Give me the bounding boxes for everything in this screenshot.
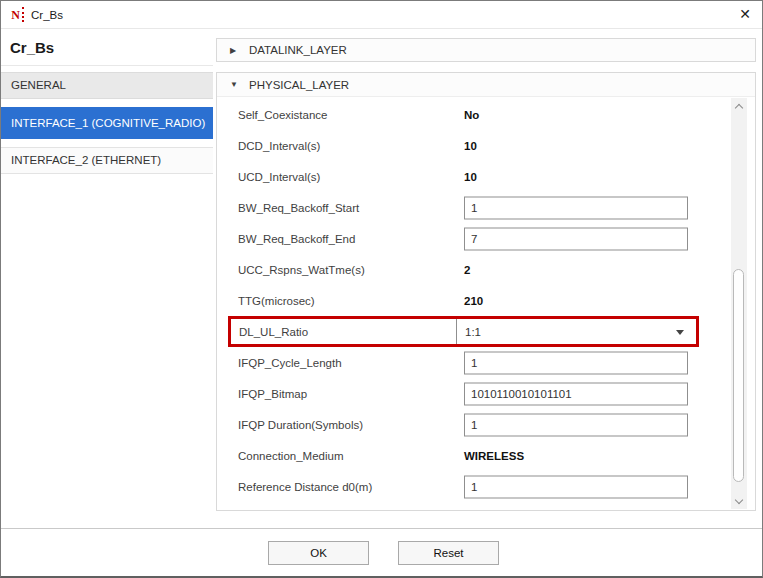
property-label: Self_Coexistance (238, 109, 328, 121)
selected-option: 1:1 (465, 326, 481, 338)
property-label: DCD_Interval(s) (238, 140, 320, 152)
footer-divider (1, 528, 762, 529)
section-header-physical-layer[interactable]: ▼ PHYSICAL_LAYER (217, 73, 755, 97)
sidebar: Cr_Bs GENERAL INTERFACE_1 (COGNITIVE_RAD… (1, 30, 213, 174)
property-row-ucd-interval: UCD_Interval(s) 10 (217, 161, 755, 192)
sidebar-item-interface-2[interactable]: INTERFACE_2 (ETHERNET) (1, 147, 213, 174)
section-header-datalink-layer[interactable]: ▶ DATALINK_LAYER (216, 38, 756, 62)
property-row-dl-ul-ratio-highlighted: DL_UL_Ratio 1:1 (228, 316, 699, 347)
reset-button[interactable]: Reset (398, 541, 499, 565)
property-label: IFQP_Bitmap (238, 388, 307, 400)
chevron-down-icon (676, 330, 684, 335)
ifqp-duration-input[interactable] (464, 413, 688, 436)
close-button[interactable]: ✕ (739, 5, 751, 23)
property-label: UCC_Rspns_WatTme(s) (238, 264, 365, 276)
property-row-ttg: TTG(microsec) 210 (217, 285, 755, 316)
section-label: PHYSICAL_LAYER (249, 79, 349, 91)
property-label: BW_Req_Backoff_End (238, 233, 355, 245)
property-row-reference-distance: Reference Distance d0(m) (217, 471, 755, 502)
property-label: IFQP Duration(Symbols) (238, 419, 363, 431)
property-row-bw-req-backoff-end: BW_Req_Backoff_End (217, 223, 755, 254)
sidebar-item-interface-1[interactable]: INTERFACE_1 (COGNITIVE_RADIO) (1, 107, 213, 139)
section-label: DATALINK_LAYER (249, 44, 347, 56)
property-value: 10 (464, 140, 477, 152)
title-bar: N Cr_Bs ✕ (1, 1, 762, 29)
scroll-down-button[interactable] (731, 494, 747, 508)
property-label: TTG(microsec) (238, 295, 315, 307)
dialog-window: N Cr_Bs ✕ Cr_Bs GENERAL INTERFACE_1 (COG… (0, 0, 763, 578)
property-row-bw-req-backoff-start: BW_Req_Backoff_Start (217, 192, 755, 223)
ok-button[interactable]: OK (268, 541, 369, 565)
chevron-down-icon: ▼ (230, 80, 240, 89)
property-row-connection-medium: Connection_Medium WIRELESS (217, 440, 755, 471)
property-row-self-coexistance: Self_Coexistance No (217, 99, 755, 130)
sidebar-items: GENERAL INTERFACE_1 (COGNITIVE_RADIO) IN… (1, 72, 213, 174)
bw-req-backoff-start-input[interactable] (464, 196, 688, 219)
property-row-dcd-interval: DCD_Interval(s) 10 (217, 130, 755, 161)
chevron-right-icon: ▶ (230, 46, 240, 55)
chevron-up-icon (735, 103, 743, 111)
property-label: Reference Distance d0(m) (238, 481, 372, 493)
vertical-scrollbar[interactable] (731, 98, 747, 509)
property-label: UCD_Interval(s) (238, 171, 320, 183)
property-label: DL_UL_Ratio (239, 326, 308, 338)
property-label: Connection_Medium (238, 450, 343, 462)
reference-distance-input[interactable] (464, 475, 688, 498)
ifqp-cycle-length-input[interactable] (464, 351, 688, 374)
window-title: Cr_Bs (31, 9, 63, 21)
property-value: No (464, 109, 479, 121)
property-row-ucc-rspns-wattme: UCC_Rspns_WatTme(s) 2 (217, 254, 755, 285)
property-label: BW_Req_Backoff_Start (238, 202, 359, 214)
dl-ul-ratio-select[interactable]: 1:1 (456, 319, 696, 344)
bw-req-backoff-end-input[interactable] (464, 227, 688, 250)
property-value: 2 (464, 264, 470, 276)
physical-layer-body: Self_Coexistance No DCD_Interval(s) 10 U… (217, 97, 755, 510)
section-physical-layer: ▼ PHYSICAL_LAYER Self_Coexistance No DCD… (216, 72, 756, 511)
device-name-heading: Cr_Bs (1, 30, 213, 66)
property-value: 210 (464, 295, 483, 307)
property-row-ifqp-duration: IFQP Duration(Symbols) (217, 409, 755, 440)
app-logo-icon: N (9, 7, 24, 22)
properties-panel: ▶ DATALINK_LAYER ▼ PHYSICAL_LAYER Self_C… (216, 38, 756, 511)
property-value: 10 (464, 171, 477, 183)
property-row-ifqp-bitmap: IFQP_Bitmap (217, 378, 755, 409)
property-row-ifqp-cycle-length: IFQP_Cycle_Length (217, 347, 755, 378)
property-label: IFQP_Cycle_Length (238, 357, 342, 369)
scroll-up-button[interactable] (731, 99, 747, 113)
property-value: WIRELESS (464, 450, 524, 462)
ifqp-bitmap-input[interactable] (464, 382, 688, 405)
chevron-down-icon (735, 495, 743, 503)
scrollbar-thumb[interactable] (733, 269, 744, 482)
sidebar-item-general[interactable]: GENERAL (1, 72, 213, 99)
